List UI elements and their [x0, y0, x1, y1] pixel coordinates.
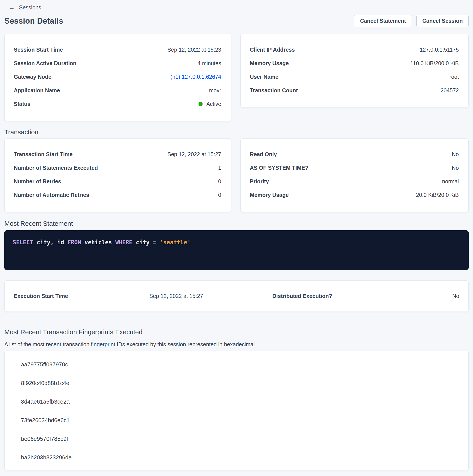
sql-token: vehicles: [81, 239, 115, 246]
row-value: 204572: [441, 87, 459, 94]
row-memory-usage: Memory Usage 110.0 KiB/200.0 KiB: [250, 56, 459, 70]
fingerprint-item: aa79775ff097970c: [5, 355, 468, 374]
sql-statement-text: SELECT city, id FROM vehicles WHERE city…: [13, 239, 469, 246]
row-value: Sep 12, 2022 at 15:23: [167, 47, 221, 53]
row-label: Memory Usage: [250, 192, 289, 198]
row-as-of-system-time: AS OF SYSTEM TIME? No: [250, 161, 459, 175]
fingerprint-item: 73fe26034bd6e6c1: [5, 411, 468, 430]
row-execution-start-time: Execution Start Time Sep 12, 2022 at 15:…: [14, 293, 203, 299]
row-value: normal: [442, 178, 459, 185]
breadcrumb-back-sessions[interactable]: ← Sessions: [0, 0, 65, 12]
row-value: 1: [218, 165, 221, 171]
row-label: Number of Automatic Retries: [14, 192, 89, 198]
row-label: Session Active Duration: [14, 60, 77, 67]
row-value: 0: [218, 178, 221, 185]
row-client-ip-address: Client IP Address 127.0.0.1:51175: [250, 43, 459, 56]
cancel-session-button[interactable]: Cancel Session: [416, 15, 469, 27]
row-value: No: [452, 293, 459, 299]
transaction-row: Transaction Start Time Sep 12, 2022 at 1…: [4, 138, 469, 212]
fingerprint-item: ba2b203b823296de: [5, 448, 468, 467]
row-label: Application Name: [14, 87, 60, 94]
row-value: 127.0.0.1:51175: [420, 47, 459, 53]
row-value: 4 minutes: [197, 60, 221, 67]
row-value: 110.0 KiB/200.0 KiB: [410, 60, 459, 67]
gateway-node-link[interactable]: (n1) 127.0.0.1:62674: [170, 74, 221, 80]
row-session-start-time: Session Start Time Sep 12, 2022 at 15:23: [14, 43, 221, 56]
row-label: Transaction Count: [250, 87, 298, 94]
sql-token: 'seattle': [160, 239, 191, 246]
row-value: 20.0 KiB/20.0 KiB: [416, 192, 459, 198]
row-label: Client IP Address: [250, 47, 295, 53]
row-value: 0: [218, 192, 221, 198]
row-value: movr: [209, 87, 221, 94]
sql-token: city =: [132, 239, 160, 246]
row-label: Transaction Start Time: [14, 151, 73, 157]
row-label: Execution Start Time: [14, 293, 68, 299]
row-value: Sep 12, 2022 at 15:27: [149, 293, 203, 299]
row-label: Number of Retries: [14, 178, 61, 185]
row-statements-executed: Number of Statements Executed 1: [14, 161, 221, 175]
row-label: Read Only: [250, 151, 277, 157]
status-badge: Active: [198, 101, 221, 107]
row-value: root: [449, 74, 459, 80]
status-value: Active: [206, 101, 221, 107]
transaction-card-left: Transaction Start Time Sep 12, 2022 at 1…: [4, 138, 231, 212]
session-summary-row: Session Start Time Sep 12, 2022 at 15:23…: [4, 34, 469, 121]
row-value: No: [452, 165, 459, 171]
row-label: Number of Statements Executed: [14, 165, 98, 171]
sql-token: FROM: [67, 239, 81, 246]
status-active-dot-icon: [198, 102, 203, 106]
row-label: User Name: [250, 74, 278, 80]
row-distributed-execution: Distributed Execution? No: [272, 293, 459, 299]
session-summary-card-right: Client IP Address 127.0.0.1:51175 Memory…: [240, 34, 469, 107]
row-gateway-node: Gateway Node (n1) 127.0.0.1:62674: [14, 70, 221, 84]
sql-token: WHERE: [115, 239, 132, 246]
row-txn-memory-usage: Memory Usage 20.0 KiB/20.0 KiB: [250, 188, 459, 202]
page-title: Session Details: [4, 17, 63, 26]
row-status: Status Active: [14, 97, 221, 111]
row-label: Distributed Execution?: [272, 293, 332, 299]
sql-token: SELECT: [13, 239, 33, 246]
header-actions: Cancel Statement Cancel Session: [354, 15, 469, 27]
fingerprint-item: 8f920c40d88b1c4e: [5, 374, 468, 392]
session-summary-card-left: Session Start Time Sep 12, 2022 at 15:23…: [4, 34, 231, 121]
row-value: Sep 12, 2022 at 15:27: [167, 151, 221, 157]
row-application-name: Application Name movr: [14, 84, 221, 97]
row-user-name: User Name root: [250, 70, 459, 84]
page-header: Session Details Cancel Statement Cancel …: [4, 15, 469, 27]
row-transaction-count: Transaction Count 204572: [250, 84, 459, 97]
fingerprints-description: A list of the most recent transaction fi…: [4, 341, 469, 348]
row-transaction-start-time: Transaction Start Time Sep 12, 2022 at 1…: [14, 147, 221, 161]
statement-section-heading: Most Recent Statement: [4, 220, 473, 227]
fingerprints-section-heading: Most Recent Transaction Fingerprints Exe…: [4, 328, 473, 336]
sql-token: city, id: [33, 239, 67, 246]
row-label: Session Start Time: [14, 47, 63, 53]
fingerprint-item: be06e9570f785c9f: [5, 430, 468, 448]
fingerprints-card: aa79775ff097970c 8f920c40d88b1c4e 8d4ae6…: [4, 351, 469, 470]
row-label: Status: [14, 101, 30, 107]
execution-summary-card: Execution Start Time Sep 12, 2022 at 15:…: [4, 280, 469, 312]
breadcrumb-label: Sessions: [19, 4, 41, 11]
fingerprint-item: 8d4ae61a5fb3ce2a: [5, 392, 468, 411]
row-automatic-retries: Number of Automatic Retries 0: [14, 188, 221, 202]
row-number-of-retries: Number of Retries 0: [14, 175, 221, 188]
row-session-active-duration: Session Active Duration 4 minutes: [14, 56, 221, 70]
row-read-only: Read Only No: [250, 147, 459, 161]
row-label: AS OF SYSTEM TIME?: [250, 165, 309, 171]
transaction-card-right: Read Only No AS OF SYSTEM TIME? No Prior…: [240, 138, 469, 212]
row-label: Memory Usage: [250, 60, 289, 67]
transaction-section-heading: Transaction: [4, 128, 473, 136]
row-label: Priority: [250, 178, 269, 185]
row-value: No: [452, 151, 459, 157]
row-label: Gateway Node: [14, 74, 51, 80]
cancel-statement-button[interactable]: Cancel Statement: [354, 15, 412, 27]
arrow-left-icon: ←: [8, 4, 15, 11]
row-priority: Priority normal: [250, 175, 459, 188]
sql-statement-box: SELECT city, id FROM vehicles WHERE city…: [4, 230, 469, 270]
